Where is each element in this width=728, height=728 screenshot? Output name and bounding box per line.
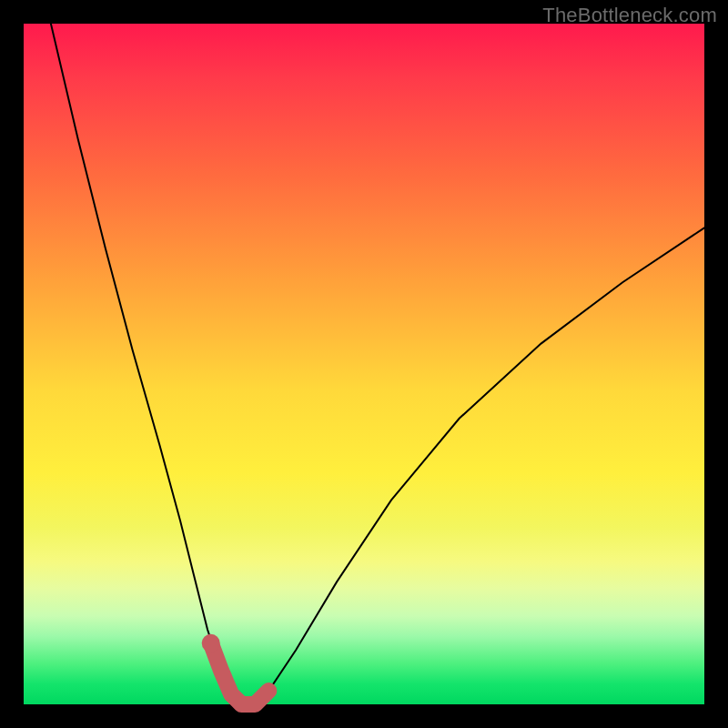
- optimal-range-start-dot: [202, 634, 220, 652]
- optimal-range-highlight: [211, 643, 269, 704]
- bottleneck-curve: [51, 24, 704, 704]
- bottleneck-chart: [24, 24, 704, 704]
- watermark-text: TheBottleneck.com: [542, 4, 717, 27]
- chart-area: [24, 24, 704, 704]
